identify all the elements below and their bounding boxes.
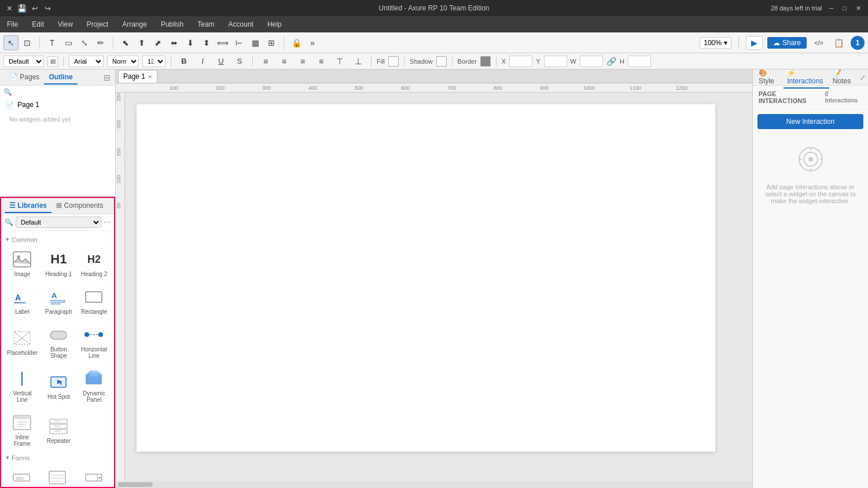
widget-repeater[interactable]: Repeater (42, 409, 75, 450)
align-top-right[interactable]: ⬈ (150, 35, 165, 50)
widget-rectangle[interactable]: Rectangle (78, 283, 111, 318)
pen-tool[interactable]: ✏ (93, 35, 108, 50)
align-right-button[interactable]: ≡ (295, 54, 310, 69)
more-tool[interactable]: » (305, 35, 320, 50)
strikethrough-button[interactable]: S (232, 54, 247, 69)
align-bottom[interactable]: ⬇ (183, 35, 198, 50)
close-button[interactable]: ✕ (854, 5, 863, 12)
widget-iframe[interactable]: Inline Frame (5, 409, 40, 450)
widget-hline[interactable]: Horizontal Line (78, 321, 111, 362)
save-icon[interactable]: 💾 (17, 3, 27, 13)
canvas-page[interactable] (137, 104, 715, 452)
save-cloud-button[interactable]: 📋 (831, 35, 846, 50)
toolbar: ↖ ⊡ T ▭ ⤡ ✏ ⬉ ⬆ ⬈ ⬌ ⬇ ⬍ ⟺ ⊢ ▦ ⊞ 🔒 » 100%… (0, 32, 868, 53)
main-area: 📄 Pages Outline ⊟ 🔍 📄 Page 1 No widgets … (0, 69, 868, 488)
widget-dynpanel[interactable]: Dynamic Panel (78, 365, 111, 406)
font-size-select[interactable]: 13 (142, 56, 165, 67)
align-center-button[interactable]: ≡ (277, 54, 292, 69)
ungroup-tool[interactable]: ⊞ (264, 35, 279, 50)
fill-color[interactable] (388, 56, 399, 67)
redo-icon[interactable]: ↪ (43, 3, 52, 13)
style-preset-icon[interactable]: ▤ (47, 56, 58, 67)
menu-publish[interactable]: Publish (159, 19, 186, 30)
w-field[interactable] (580, 56, 603, 67)
widget-textfield[interactable]: abc Text Field (5, 464, 38, 487)
lib-search-icon: 🔍 (5, 218, 13, 226)
menu-help[interactable]: Help (265, 19, 284, 30)
zoom-control[interactable]: 100% ▾ (700, 37, 731, 49)
restore-button[interactable]: □ (840, 5, 849, 12)
widget-droplist[interactable]: ▾ Droplist (77, 464, 111, 487)
page-item-1[interactable]: 📄 Page 1 (0, 98, 115, 111)
menu-edit[interactable]: Edit (30, 19, 46, 30)
h-field[interactable] (628, 56, 651, 67)
valign-middle-button[interactable]: ⊥ (351, 54, 366, 69)
widget-placeholder[interactable]: Placeholder (5, 321, 40, 362)
scrollbar-thumb[interactable] (118, 482, 153, 487)
align-top-center[interactable]: ⬆ (134, 35, 149, 50)
font-family-select[interactable]: Arial (69, 56, 104, 67)
app-icon: ✕ (5, 3, 14, 13)
code-button[interactable]: </> (811, 35, 826, 50)
menu-arrange[interactable]: Arrange (120, 19, 149, 30)
align-top-left[interactable]: ⬉ (118, 35, 133, 50)
shadow-color[interactable] (436, 56, 447, 67)
tab-pages[interactable]: 📄 Pages (5, 71, 44, 85)
user-avatar[interactable]: 1 (851, 36, 865, 50)
canvas-scroll[interactable]: 50 100 150 200 250 (116, 93, 752, 481)
distribute-h[interactable]: ⬍ (199, 35, 214, 50)
align-right[interactable]: ⊢ (231, 35, 247, 50)
tab-libraries[interactable]: ☰ Libraries (5, 199, 52, 213)
crop-tool[interactable]: ⊡ (20, 35, 35, 50)
horizontal-scrollbar[interactable] (116, 481, 752, 488)
preview-button[interactable]: ▶ (746, 36, 763, 50)
placeholder-icon (12, 328, 32, 348)
tab-components[interactable]: ⊞ Components (52, 199, 108, 213)
menu-view[interactable]: View (56, 19, 75, 30)
italic-button[interactable]: I (195, 54, 210, 69)
bold-button[interactable]: B (176, 54, 192, 69)
x-field[interactable] (509, 56, 532, 67)
y-field[interactable] (544, 56, 567, 67)
valign-top-button[interactable]: ⊤ (332, 54, 347, 69)
canvas-tab-page1[interactable]: Page 1 ✕ (118, 70, 157, 83)
align-middle[interactable]: ⬌ (167, 35, 182, 50)
widget-vline[interactable]: Vertical Line (5, 365, 40, 406)
widget-heading2[interactable]: H2 Heading 2 (78, 245, 111, 281)
share-button[interactable]: ☁ Share (767, 37, 807, 49)
widget-image[interactable]: Image (5, 245, 40, 281)
widget-paragraph[interactable]: A Paragraph (42, 283, 75, 318)
menu-team[interactable]: Team (195, 19, 216, 30)
tab-outline[interactable]: Outline (44, 71, 77, 85)
group-tool[interactable]: ▦ (248, 35, 263, 50)
widget-heading1[interactable]: H1 Heading 1 (42, 245, 75, 281)
connector-tool[interactable]: ⤡ (77, 35, 92, 50)
expand-icon[interactable]: ⤢ (860, 74, 866, 82)
pointer-tool[interactable]: ↖ (3, 35, 19, 50)
new-interaction-button[interactable]: New Interaction (757, 114, 863, 129)
align-left-button[interactable]: ≡ (258, 54, 273, 69)
library-select[interactable]: Default (16, 217, 101, 228)
style-preset-select[interactable]: Default (3, 56, 44, 67)
underline-button[interactable]: U (214, 54, 229, 69)
align-justify-button[interactable]: ≡ (314, 54, 329, 69)
minimize-button[interactable]: ─ (827, 5, 836, 12)
widget-label[interactable]: A Label (5, 283, 40, 318)
widget-textarea[interactable]: Text Area (41, 464, 74, 487)
text-tool[interactable]: T (45, 35, 60, 50)
undo-icon[interactable]: ↩ (30, 3, 39, 13)
menu-account[interactable]: Account (226, 19, 256, 30)
filter-icon[interactable]: ⊟ (104, 73, 111, 82)
widget-hotspot[interactable]: Hot Spot (42, 365, 75, 406)
border-color[interactable] (480, 56, 491, 67)
widget-button[interactable]: Button Shape (42, 321, 75, 362)
menu-file[interactable]: File (5, 19, 20, 30)
y-label: Y (536, 58, 540, 65)
distribute-v[interactable]: ⟺ (215, 35, 230, 50)
canvas-tab-close[interactable]: ✕ (148, 74, 152, 80)
lock-tool[interactable]: 🔒 (289, 35, 304, 50)
shape-tool[interactable]: ▭ (61, 35, 76, 50)
menu-project[interactable]: Project (84, 19, 111, 30)
lib-menu-icon[interactable]: ⋯ (104, 218, 111, 226)
font-style-select[interactable]: Normal (107, 56, 139, 67)
